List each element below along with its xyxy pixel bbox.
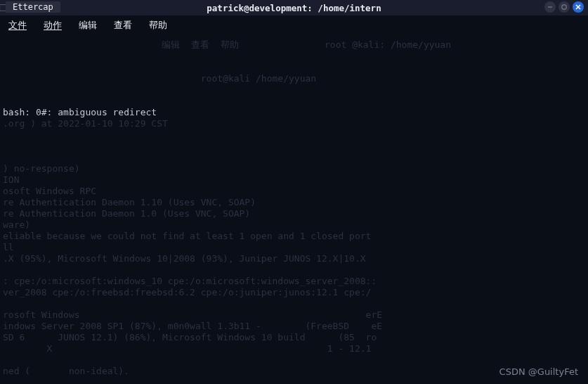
watermark: CSDN @GuiltyFet — [499, 366, 578, 377]
menu-help[interactable]: 帮助 — [146, 18, 170, 33]
titlebar: Ettercap patrick@development: /home/inte… — [0, 0, 588, 15]
svg-point-2 — [562, 5, 566, 9]
menu-view[interactable]: 查看 — [111, 18, 135, 33]
minimize-button[interactable] — [544, 1, 556, 13]
menu-action[interactable]: 动作 — [41, 18, 65, 33]
menu-file[interactable]: 文件 — [6, 18, 30, 33]
menubar: 文件 动作 编辑 查看 帮助 — [0, 15, 588, 35]
menu-edit[interactable]: 编辑 — [76, 18, 100, 33]
window-controls — [544, 1, 584, 13]
close-button[interactable] — [573, 1, 584, 13]
window-title: patrick@development: /home/intern — [207, 3, 381, 13]
terminal-body[interactable]: 编辑查看帮助 root @kali: /home/yyuan root@kali… — [0, 35, 588, 384]
maximize-button[interactable] — [558, 1, 570, 13]
bash-error-line: bash: 0#: ambiguous redirect — [3, 107, 157, 117]
terminal-output: bash: 0#: ambiguous redirect Command to … — [3, 96, 585, 384]
app-name-tab: Ettercap — [6, 1, 60, 13]
